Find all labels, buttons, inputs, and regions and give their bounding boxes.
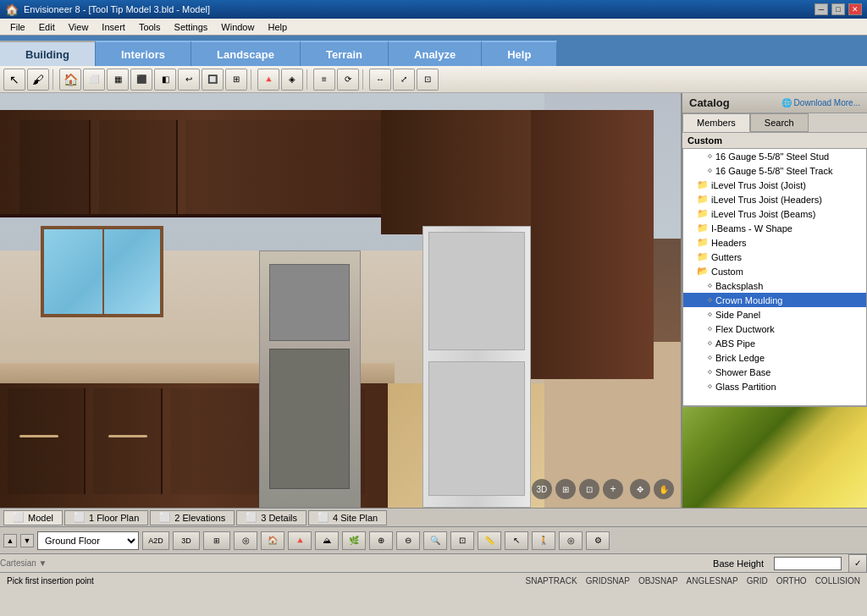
tree-item[interactable]: ⋄Crown Moulding: [683, 293, 866, 307]
3d-viewport[interactable]: ➤ 3D ⊞ ⊡ + ✥ ✋: [0, 93, 681, 508]
toolbar: ↖ 🖌 🏠 ⬜ ▦ ⬛ ◧ ↩ 🔲 ⊞ 🔺 ◈ ≡ ⟳ ↔ ⤢ ⊡: [0, 66, 867, 93]
tab-members[interactable]: Members: [682, 113, 750, 132]
view2d-btn[interactable]: A2D: [142, 531, 169, 550]
tab-terrain[interactable]: Terrain: [301, 41, 389, 66]
tree-item[interactable]: ⋄Side Panel: [683, 307, 866, 322]
tree-item[interactable]: 📁Headers: [683, 235, 866, 250]
tool2-btn[interactable]: ⬜: [83, 69, 105, 91]
house-nav-btn[interactable]: 🏠: [261, 531, 284, 550]
tab-model[interactable]: ⬜ Model: [3, 510, 63, 525]
tool5-btn[interactable]: ↩: [178, 69, 200, 91]
tool4-btn[interactable]: ◧: [154, 69, 176, 91]
tree-item[interactable]: ⋄Brick Ledge: [683, 350, 866, 365]
dim-btn[interactable]: ↔: [369, 69, 391, 91]
orbit-btn[interactable]: ◎: [559, 531, 583, 550]
menu-help[interactable]: Help: [261, 20, 294, 34]
view2-icon[interactable]: ⊞: [555, 479, 576, 499]
add-view-icon[interactable]: +: [603, 479, 623, 499]
stair-btn[interactable]: ≡: [313, 69, 335, 91]
close-btn[interactable]: ✕: [848, 3, 862, 15]
select-tool-btn[interactable]: ↖: [3, 69, 25, 91]
tree-item[interactable]: ⋄ABS Pipe: [683, 336, 866, 350]
tab-details[interactable]: ⬜ 3 Details: [236, 510, 306, 525]
up-arrow-btn[interactable]: ▲: [3, 534, 17, 547]
base-height-confirm-btn[interactable]: ✓: [848, 554, 867, 573]
snap-btn[interactable]: ◎: [234, 531, 257, 550]
tree-item[interactable]: ⋄Glass Partition: [683, 379, 866, 393]
wall-btn[interactable]: ▦: [107, 69, 129, 91]
elevations-label: 2 Elevations: [174, 513, 225, 523]
base-height-input[interactable]: [774, 557, 842, 570]
tab-search[interactable]: Search: [750, 113, 809, 132]
window-controls[interactable]: ─ □ ✕: [815, 3, 862, 15]
zoom-icon[interactable]: 3D: [532, 479, 552, 499]
tree-item-label: iLevel Trus Joist (Joist): [711, 180, 806, 190]
catalog-panel: Catalog 🌐 Download More... Members Searc…: [681, 93, 867, 508]
tab-help[interactable]: Help: [482, 41, 557, 66]
tool10-btn[interactable]: ⤢: [393, 69, 415, 91]
hand-tool-icon[interactable]: ✋: [654, 479, 674, 499]
tree-item[interactable]: ⋄16 Gauge 5-5/8" Steel Track: [683, 163, 866, 178]
tab-analyze[interactable]: Analyze: [389, 41, 482, 66]
house-btn[interactable]: 🏠: [59, 69, 81, 91]
tool8-btn[interactable]: ◈: [281, 69, 303, 91]
zoom-out-btn[interactable]: ⊖: [396, 531, 420, 550]
tab-landscape[interactable]: Landscape: [191, 41, 301, 66]
view-controls[interactable]: 3D ⊞ ⊡ + ✥ ✋: [532, 479, 674, 499]
tree-item[interactable]: 📂Custom: [683, 264, 866, 278]
tree-item[interactable]: ⋄Backsplash: [683, 278, 866, 293]
menu-file[interactable]: File: [3, 20, 32, 34]
walk-btn[interactable]: 🚶: [532, 531, 555, 550]
plant-btn[interactable]: 🌿: [342, 531, 366, 550]
tool3-btn[interactable]: ⬛: [130, 69, 152, 91]
tree-item[interactable]: 📁iLevel Trus Joist (Beams): [683, 206, 866, 221]
menu-settings[interactable]: Settings: [168, 20, 215, 34]
cursor-btn[interactable]: ↖: [505, 531, 528, 550]
tree-item[interactable]: 📁iLevel Trus Joist (Headers): [683, 192, 866, 206]
menu-edit[interactable]: Edit: [32, 20, 62, 34]
tab-site-plan[interactable]: ⬜ 4 Site Plan: [308, 510, 387, 525]
tool7-btn[interactable]: ⊞: [225, 69, 247, 91]
tab-building[interactable]: Building: [0, 41, 96, 66]
tab-interiors[interactable]: Interiors: [96, 41, 191, 66]
catalog-header: Catalog 🌐 Download More...: [682, 93, 867, 113]
roof-btn[interactable]: 🔺: [257, 69, 279, 91]
tree-item[interactable]: ⋄16 Gauge 5-5/8" Steel Stud: [683, 149, 866, 163]
tab-elevations[interactable]: ⬜ 2 Elevations: [150, 510, 235, 525]
paint-tool-btn[interactable]: 🖌: [27, 69, 49, 91]
terrain-btn[interactable]: ⛰: [315, 531, 339, 550]
tree-item-label: Glass Partition: [715, 382, 776, 392]
tree-item-label: Gutters: [711, 252, 742, 262]
restore-btn[interactable]: □: [831, 3, 845, 15]
tool11-btn[interactable]: ⊡: [417, 69, 439, 91]
zoom-in-btn[interactable]: ⊕: [369, 531, 393, 550]
roof-nav-btn[interactable]: 🔺: [288, 531, 312, 550]
down-arrow-btn[interactable]: ▼: [20, 534, 34, 547]
toolbar-sep-3: [306, 69, 310, 90]
nav-tool-icon[interactable]: ✥: [630, 479, 650, 499]
menu-view[interactable]: View: [62, 20, 96, 34]
bottom-tabs: ⬜ Model ⬜ 1 Floor Plan ⬜ 2 Elevations ⬜ …: [0, 508, 867, 526]
tool9-btn[interactable]: ⟳: [337, 69, 359, 91]
tab-floor-plan[interactable]: ⬜ 1 Floor Plan: [64, 510, 148, 525]
tree-item[interactable]: ⋄Shower Base: [683, 365, 866, 379]
tree-item[interactable]: 📁iLevel Trus Joist (Joist): [683, 178, 866, 192]
measure-btn[interactable]: 📏: [478, 531, 501, 550]
menu-window[interactable]: Window: [214, 20, 261, 34]
fit-btn[interactable]: ⊡: [450, 531, 474, 550]
tool6-btn[interactable]: 🔲: [202, 69, 224, 91]
download-more-link[interactable]: 🌐 Download More...: [781, 98, 860, 107]
view3-icon[interactable]: ⊡: [579, 479, 599, 499]
tree-item[interactable]: 📁Gutters: [683, 250, 866, 264]
minimize-btn[interactable]: ─: [815, 3, 828, 15]
floor-select[interactable]: Ground Floor 1st Floor 2nd Floor Basemen…: [37, 531, 139, 550]
menu-tools[interactable]: Tools: [132, 20, 168, 34]
settings-view-btn[interactable]: ⚙: [586, 531, 610, 550]
view3d-btn[interactable]: 3D: [173, 531, 200, 550]
pan-btn[interactable]: 🔍: [423, 531, 447, 550]
grid-btn[interactable]: ⊞: [203, 531, 230, 550]
menu-insert[interactable]: Insert: [95, 20, 132, 34]
catalog-tree[interactable]: ⋄16 Gauge 5-5/8" Steel Stud⋄16 Gauge 5-5…: [682, 148, 867, 406]
tree-item[interactable]: 📁I-Beams - W Shape: [683, 221, 866, 235]
tree-item[interactable]: ⋄Flex Ductwork: [683, 322, 866, 336]
